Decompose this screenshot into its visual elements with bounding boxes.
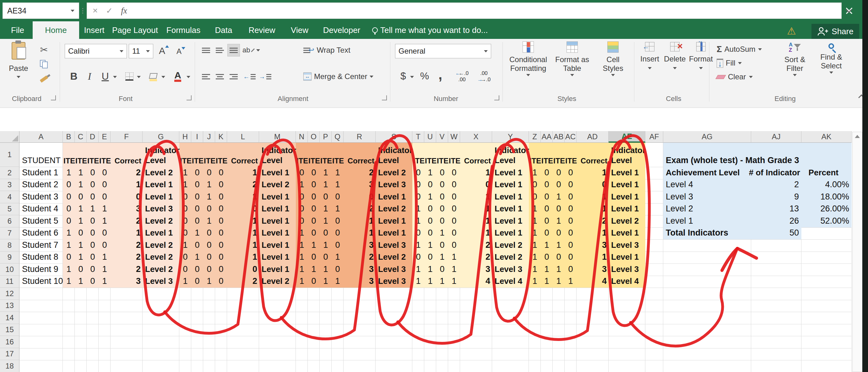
cell-R7[interactable]: 1 xyxy=(344,227,376,240)
cell-A1[interactable]: STUDENT xyxy=(20,143,63,167)
cell-W1[interactable]: ITE xyxy=(448,143,460,167)
cell-AJ2[interactable]: # of Indicator xyxy=(751,167,801,179)
cell-J10[interactable]: 0 xyxy=(203,264,215,276)
cell-F10[interactable]: 2 xyxy=(111,264,143,276)
cell-AA9[interactable]: 0 xyxy=(541,251,553,264)
cell-Q7[interactable]: 0 xyxy=(332,227,344,240)
cell-O3[interactable]: 0 xyxy=(308,179,320,191)
cell-H2[interactable]: 1 xyxy=(179,167,191,179)
cell-AG1[interactable]: Exam (whole test) - Math Grade 3 xyxy=(663,143,751,167)
cell-F7[interactable]: 1 xyxy=(111,227,143,240)
cell-M9[interactable]: Level 1 xyxy=(259,251,296,264)
cell-AD11[interactable]: 4 xyxy=(577,276,609,288)
cell-I6[interactable]: 0 xyxy=(191,215,203,227)
cell-AB4[interactable]: 1 xyxy=(553,191,565,203)
cell-M11[interactable]: Level 2 xyxy=(259,276,296,288)
cell-D5[interactable]: 1 xyxy=(87,203,99,215)
cell-Q11[interactable]: 1 xyxy=(332,276,344,288)
cell-I7[interactable]: 1 xyxy=(191,227,203,240)
cell-P6[interactable]: 1 xyxy=(320,215,332,227)
row-header-3[interactable]: 3 xyxy=(0,179,20,191)
cell-Z11[interactable]: 1 xyxy=(529,276,541,288)
cell-X5[interactable]: 1 xyxy=(460,203,492,215)
cell-V6[interactable]: 0 xyxy=(436,215,448,227)
column-header-S[interactable]: S xyxy=(376,131,412,143)
select-all-corner[interactable] xyxy=(0,131,20,143)
cell-H11[interactable]: 1 xyxy=(179,276,191,288)
cell-W6[interactable]: 0 xyxy=(448,215,460,227)
cell-O10[interactable]: 1 xyxy=(308,264,320,276)
cell-W9[interactable]: 1 xyxy=(448,251,460,264)
cell-U6[interactable]: 0 xyxy=(424,215,436,227)
cell-A4[interactable]: Student 3 xyxy=(20,191,63,203)
column-header-AD[interactable]: AD xyxy=(577,131,609,143)
cell-E4[interactable]: 0 xyxy=(99,191,111,203)
cell-P7[interactable]: 0 xyxy=(320,227,332,240)
row-header-17[interactable]: 17 xyxy=(0,348,20,361)
cell-Y2[interactable]: Level 1 xyxy=(492,167,529,179)
cell-H10[interactable]: 0 xyxy=(179,264,191,276)
cell-AG7[interactable]: Total Indicators xyxy=(663,227,751,240)
cell-AE9[interactable]: Level 1 xyxy=(609,251,645,264)
column-header-P[interactable]: P xyxy=(320,131,332,143)
cell-AG5[interactable]: Level 2 xyxy=(663,203,751,215)
cell-C3[interactable]: 1 xyxy=(75,179,87,191)
cell-X8[interactable]: 2 xyxy=(460,239,492,251)
cell-Y5[interactable]: Level 1 xyxy=(492,203,529,215)
cell-U5[interactable]: 0 xyxy=(424,203,436,215)
cell-AC4[interactable]: 0 xyxy=(565,191,577,203)
cell-T6[interactable]: 1 xyxy=(412,215,424,227)
cell-AB8[interactable]: 1 xyxy=(553,239,565,251)
cell-M5[interactable]: Level 1 xyxy=(259,203,296,215)
cell-F6[interactable]: 2 xyxy=(111,215,143,227)
cell-T4[interactable]: 0 xyxy=(412,191,424,203)
cell-H3[interactable]: 1 xyxy=(179,179,191,191)
cell-J9[interactable]: 0 xyxy=(203,251,215,264)
cell-W8[interactable]: 0 xyxy=(448,239,460,251)
cell-AD10[interactable]: 3 xyxy=(577,264,609,276)
cell-K11[interactable]: 0 xyxy=(215,276,227,288)
cell-T5[interactable]: 1 xyxy=(412,203,424,215)
column-header-L[interactable]: L xyxy=(227,131,259,143)
cell-F2[interactable]: 2 xyxy=(111,167,143,179)
cell-AE11[interactable]: Level 4 xyxy=(609,276,645,288)
cell-G6[interactable]: Level 2 xyxy=(143,215,179,227)
cell-C4[interactable]: 0 xyxy=(75,191,87,203)
cell-T2[interactable]: 0 xyxy=(412,167,424,179)
cell-AC3[interactable]: 0 xyxy=(565,179,577,191)
cell-K9[interactable]: 0 xyxy=(215,251,227,264)
cell-D6[interactable]: 0 xyxy=(87,215,99,227)
cell-Q9[interactable]: 1 xyxy=(332,251,344,264)
column-header-AA[interactable]: AA xyxy=(541,131,553,143)
column-header-N[interactable]: N xyxy=(296,131,308,143)
cell-W3[interactable]: 0 xyxy=(448,179,460,191)
cell-D8[interactable]: 0 xyxy=(87,239,99,251)
cell-R2[interactable]: 2 xyxy=(344,167,376,179)
row-header-11[interactable]: 11 xyxy=(0,276,20,288)
cell-Z7[interactable]: 1 xyxy=(529,227,541,240)
cell-AC10[interactable]: 0 xyxy=(565,264,577,276)
cell-AA10[interactable]: 1 xyxy=(541,264,553,276)
cell-AC1[interactable]: ITE xyxy=(565,143,577,167)
cell-J8[interactable]: 0 xyxy=(203,239,215,251)
cell-V9[interactable]: 1 xyxy=(436,251,448,264)
cell-AA1[interactable]: ITE xyxy=(541,143,553,167)
cell-M7[interactable]: Level 1 xyxy=(259,227,296,240)
cell-C5[interactable]: 1 xyxy=(75,203,87,215)
cell-AB9[interactable]: 0 xyxy=(553,251,565,264)
column-header-H[interactable]: H xyxy=(179,131,191,143)
row-header-16[interactable]: 16 xyxy=(0,336,20,348)
cell-Z3[interactable]: 0 xyxy=(529,179,541,191)
column-header-A[interactable]: A xyxy=(20,131,63,143)
cell-Z2[interactable]: 1 xyxy=(529,167,541,179)
cell-U11[interactable]: 1 xyxy=(424,276,436,288)
cell-Q1[interactable]: ITE xyxy=(332,143,344,167)
row-header-2[interactable]: 2 xyxy=(0,167,20,179)
cell-AJ3[interactable]: 2 xyxy=(751,179,801,191)
cell-AA8[interactable]: 1 xyxy=(541,239,553,251)
cell-Z9[interactable]: 1 xyxy=(529,251,541,264)
cell-P5[interactable]: 1 xyxy=(320,203,332,215)
cell-G1[interactable]: IndicatorLevel xyxy=(143,143,179,167)
cell-K1[interactable]: ITE xyxy=(215,143,227,167)
cell-E10[interactable]: 1 xyxy=(99,264,111,276)
